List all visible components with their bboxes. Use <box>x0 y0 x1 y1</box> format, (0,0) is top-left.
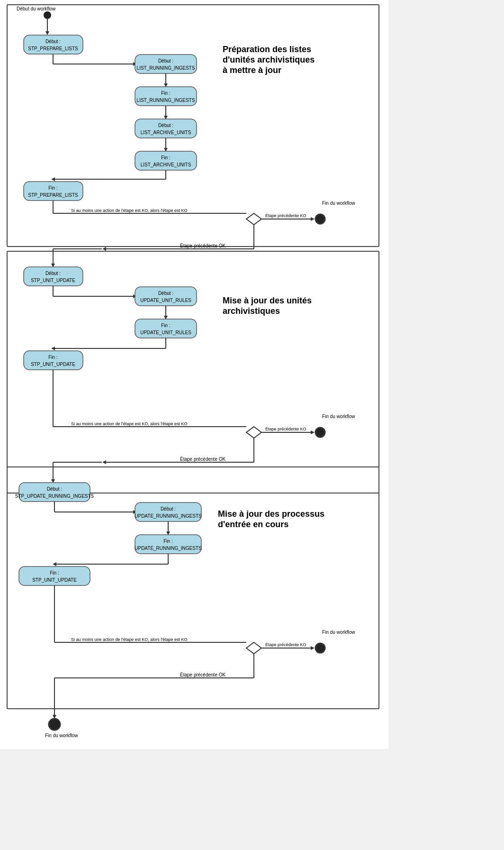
diagram-container: Début du workflow Début : STP_PREPARE_LI… <box>0 0 388 749</box>
diagram-spacer <box>0 0 388 749</box>
